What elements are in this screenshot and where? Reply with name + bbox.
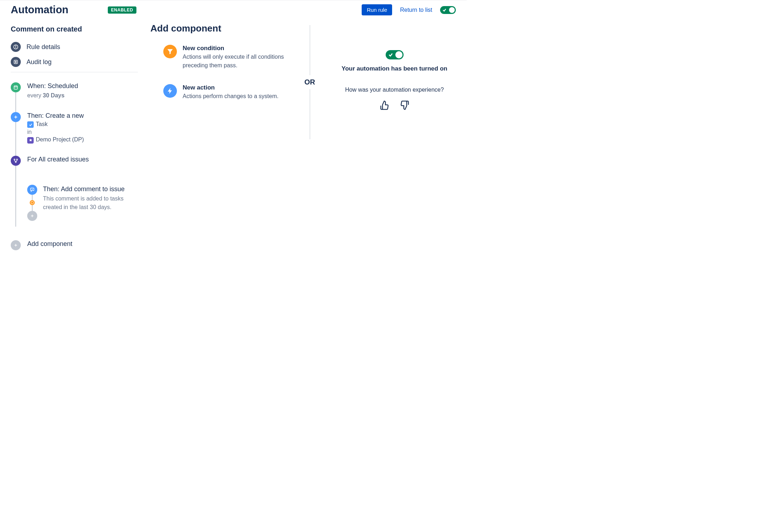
calendar-icon: [11, 82, 21, 92]
new-condition-title: New condition: [183, 45, 294, 52]
audit-log-label: Audit log: [26, 58, 52, 66]
add-component-icon: [11, 240, 21, 250]
rule-name: Comment on created: [11, 25, 143, 33]
project-icon: [27, 137, 34, 144]
svg-rect-7: [14, 86, 17, 89]
turned-on-message: Your automation has been turned on: [342, 65, 447, 72]
action-create-node[interactable]: Then: Create a new Task in Demo Project …: [11, 112, 143, 156]
new-action-option[interactable]: New action Actions perform changes to a …: [150, 84, 294, 101]
thumbs-down-icon: [400, 100, 410, 110]
feedback-panel: Your automation has been turned on How w…: [322, 25, 456, 113]
list-icon: [11, 57, 21, 67]
new-action-desc: Actions perform changes to a system.: [183, 92, 279, 101]
rule-details-label: Rule details: [26, 43, 60, 51]
new-action-title: New action: [183, 84, 279, 91]
new-condition-option[interactable]: New condition Actions will only execute …: [150, 45, 294, 70]
svg-point-14: [16, 159, 18, 160]
thumbs-up-icon: [380, 100, 390, 110]
branch-title: For All created issues: [27, 156, 143, 163]
task-icon: [27, 121, 34, 128]
rule-sidebar: Comment on created Rule details Audit lo…: [11, 25, 143, 250]
task-label: Task: [36, 121, 48, 127]
thumbs-up-button[interactable]: [378, 99, 391, 113]
trigger-node[interactable]: When: Scheduled every 30 Days: [11, 82, 143, 112]
thumbs-down-button[interactable]: [398, 99, 411, 113]
branch-child-title: Then: Add comment to issue: [43, 185, 132, 193]
page-title: Automation: [11, 4, 68, 16]
svg-point-13: [14, 159, 15, 160]
branch-child-node[interactable]: Then: Add comment to issue This comment …: [27, 185, 143, 221]
add-component-heading: Add component: [150, 23, 294, 34]
info-icon: [11, 42, 21, 52]
enabled-badge: ENABLED: [108, 6, 136, 14]
header: Automation ENABLED Run rule Return to li…: [11, 4, 456, 18]
or-label: OR: [304, 75, 315, 89]
add-step-inline-button[interactable]: [27, 211, 37, 221]
feedback-question: How was your automation experience?: [345, 87, 444, 93]
return-to-list-link[interactable]: Return to list: [400, 7, 432, 13]
in-label: in: [27, 129, 143, 135]
funnel-icon: [163, 45, 177, 58]
rule-enabled-toggle[interactable]: [440, 6, 456, 14]
automation-on-toggle[interactable]: [386, 50, 404, 59]
run-rule-button[interactable]: Run rule: [362, 4, 392, 15]
branch-child-desc: This comment is added to tasks created i…: [43, 194, 132, 212]
check-icon: [388, 52, 393, 58]
add-component-panel: Add component New condition Actions will…: [143, 25, 297, 115]
trigger-sub: every 30 Days: [27, 91, 143, 100]
current-step-marker: [30, 200, 35, 205]
project-label: Demo Project (DP): [36, 136, 84, 142]
divider: [11, 72, 138, 72]
branch-icon: [11, 156, 21, 166]
plus-icon: [11, 112, 21, 122]
trigger-title: When: Scheduled: [27, 82, 143, 90]
check-icon: [442, 8, 447, 13]
or-separator: OR: [297, 25, 322, 139]
header-left: Automation ENABLED: [11, 4, 136, 16]
add-component-node[interactable]: Add component: [11, 240, 143, 250]
new-condition-desc: Actions will only execute if all conditi…: [183, 53, 294, 70]
rule-details-link[interactable]: Rule details: [11, 42, 143, 52]
action-create-title: Then: Create a new: [27, 112, 143, 120]
header-right: Run rule Return to list: [362, 4, 456, 15]
svg-point-2: [15, 46, 16, 46]
toggle-knob: [395, 51, 402, 58]
lightning-icon: [163, 84, 177, 98]
branch-node[interactable]: For All created issues: [11, 156, 143, 227]
toggle-knob: [449, 7, 455, 13]
add-component-label: Add component: [27, 240, 143, 248]
comment-icon: [27, 185, 37, 195]
audit-log-link[interactable]: Audit log: [11, 57, 143, 67]
